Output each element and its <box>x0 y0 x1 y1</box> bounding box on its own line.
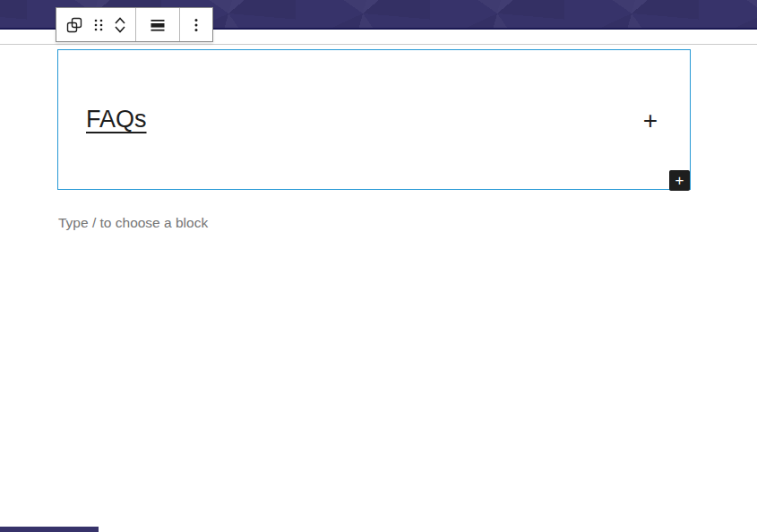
kebab-vertical-icon <box>194 14 199 36</box>
empty-paragraph-placeholder[interactable]: Type / to choose a block <box>58 214 208 232</box>
overlapping-squares-icon <box>64 14 85 36</box>
faq-accordion-block[interactable]: FAQs + <box>57 49 691 190</box>
bottom-status-bar <box>0 527 99 532</box>
toolbar-group-options <box>180 8 212 41</box>
justify-lines-icon <box>147 14 168 36</box>
drag-handle[interactable] <box>88 8 109 41</box>
move-up-button[interactable] <box>109 16 131 25</box>
justification-button[interactable] <box>141 8 175 41</box>
chevron-up-icon <box>112 16 128 25</box>
faq-block-title[interactable]: FAQs <box>86 104 147 134</box>
block-type-button[interactable] <box>61 8 88 41</box>
block-mover <box>109 16 131 34</box>
drag-dots-icon <box>90 14 107 36</box>
options-menu-button[interactable] <box>185 8 208 41</box>
chevron-down-icon <box>112 25 128 34</box>
move-down-button[interactable] <box>109 25 131 34</box>
toolbar-group-justification <box>136 8 179 41</box>
toolbar-group-primary <box>56 8 135 41</box>
add-block-button[interactable]: + <box>669 170 690 191</box>
canvas-top-divider <box>0 44 757 45</box>
accordion-expand-plus-icon[interactable]: + <box>643 107 658 134</box>
block-toolbar <box>56 7 213 42</box>
